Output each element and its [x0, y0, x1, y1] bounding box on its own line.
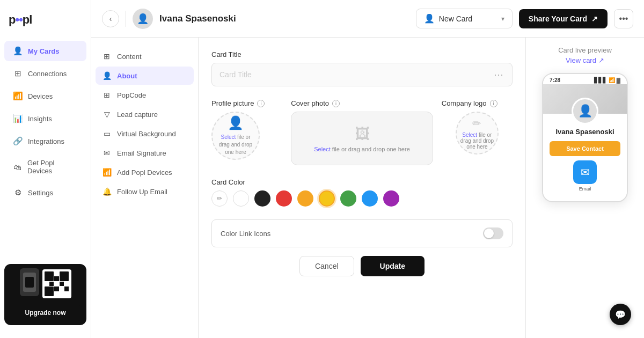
- nav-item-virtual-bg[interactable]: ▭ Virtual Background: [96, 124, 194, 143]
- cancel-button[interactable]: Cancel: [299, 256, 354, 276]
- sidebar-item-insights[interactable]: 📊 Insights: [4, 108, 86, 129]
- sidebar-item-integrations[interactable]: 🔗 Integrations: [4, 131, 86, 151]
- color-red[interactable]: [276, 190, 292, 207]
- sidebar-item-label: Connections: [28, 70, 67, 78]
- gear-icon: ⚙: [13, 188, 23, 197]
- left-nav: ⊞ Content 👤 About ⊞ PopCode ▽ Lead captu…: [91, 38, 199, 338]
- bell-icon: 🔔: [102, 187, 112, 196]
- more-icon: •••: [619, 14, 628, 24]
- share-button[interactable]: Share Your Card ↗: [519, 9, 608, 28]
- nav-item-add-popl[interactable]: 📶 Add Popl Devices: [96, 163, 194, 181]
- card-title-menu-icon[interactable]: ⋯: [494, 69, 504, 80]
- phone-avatar: 👤: [572, 98, 598, 124]
- sidebar-item-label: Integrations: [28, 137, 64, 145]
- info-icon: i: [490, 100, 497, 107]
- logo-upload-text: Select file or drag and drop one here: [457, 132, 497, 150]
- info-icon: i: [257, 100, 265, 107]
- upgrade-button[interactable]: Upgrade now: [9, 305, 82, 321]
- card-color-label: Card Color: [211, 178, 513, 186]
- external-link-icon: ↗: [598, 56, 604, 64]
- sidebar-item-connections[interactable]: ⊞ Connections: [4, 63, 86, 84]
- company-logo-upload[interactable]: ✏ Select file or drag and drop one here: [456, 112, 499, 155]
- color-link-icons-row: Color Link Icons: [211, 219, 513, 247]
- grid-icon: ⊞: [13, 69, 23, 78]
- card-title-section: Card Title Card Title ⋯: [211, 50, 513, 86]
- phone-save-contact-button[interactable]: Save Contact: [550, 141, 620, 156]
- signal-icon: ▋▋▋: [594, 77, 607, 83]
- nav-item-email-sig[interactable]: ✉ Email Signature: [96, 144, 194, 162]
- card-color-section: Card Color ✏: [211, 178, 513, 207]
- nav-label: Add Popl Devices: [117, 168, 172, 177]
- profile-picture-label: Profile picture i: [211, 99, 282, 107]
- nav-label: Content: [117, 53, 142, 61]
- phone-status-icons: ▋▋▋ 📶 ▓: [594, 77, 620, 83]
- company-logo-section: Company logo i ✏ Select file or drag and…: [442, 99, 513, 165]
- share-icon: ↗: [591, 14, 598, 23]
- color-orange[interactable]: [297, 190, 313, 207]
- content-area: ⊞ Content 👤 About ⊞ PopCode ▽ Lead captu…: [91, 38, 644, 338]
- topbar: ‹ 👤 Ivana Spasenoski 👤 New Card ▾ Share …: [91, 0, 644, 38]
- main-content: ‹ 👤 Ivana Spasenoski 👤 New Card ▾ Share …: [91, 0, 644, 338]
- nav-label: Email Signature: [117, 149, 166, 157]
- color-purple[interactable]: [383, 190, 399, 207]
- card-title-label: Card Title: [211, 50, 513, 58]
- phone-icon: [20, 268, 39, 296]
- card-icon: 👤: [424, 13, 435, 24]
- nav-item-popcode[interactable]: ⊞ PopCode: [96, 86, 194, 104]
- phone-user-name: Ivana Spasenoski: [543, 128, 627, 136]
- company-logo-wrap: ✏ Select file or drag and drop one here: [442, 112, 513, 155]
- card-title-input[interactable]: Card Title ⋯: [211, 63, 513, 86]
- color-green[interactable]: [340, 190, 356, 207]
- share-label: Share Your Card: [529, 14, 587, 23]
- link-icon: 🔗: [13, 136, 23, 146]
- view-card-link[interactable]: View card ↗: [566, 56, 604, 64]
- form-area: Card Title Card Title ⋯ Profile picture …: [199, 38, 526, 338]
- sidebar-item-my-cards[interactable]: 👤 My Cards: [4, 41, 86, 61]
- sidebar-bottom: Upgrade now: [0, 260, 91, 329]
- nav-label: Lead capture: [117, 111, 158, 119]
- view-card-label: View card: [566, 56, 596, 64]
- new-card-label: New Card: [439, 14, 497, 23]
- new-card-dropdown[interactable]: 👤 New Card ▾: [416, 9, 513, 28]
- qr-code: [42, 269, 71, 298]
- color-white[interactable]: [233, 190, 249, 207]
- color-link-icons-label: Color Link Icons: [221, 230, 270, 238]
- sidebar-item-devices[interactable]: 📶 Devices: [4, 86, 86, 106]
- sidebar-item-settings[interactable]: ⚙ Settings: [4, 182, 86, 203]
- cover-photo-upload[interactable]: 🖼 Select file or drag and drop one here: [291, 112, 433, 165]
- nav-label: About: [117, 72, 137, 80]
- chevron-down-icon: ▾: [501, 15, 504, 23]
- chart-icon: 📊: [13, 114, 23, 123]
- profile-picture-upload[interactable]: 👤 Select file or drag and drop one here: [211, 112, 260, 160]
- back-button[interactable]: ‹: [102, 10, 119, 27]
- phone-status-bar: 7:28 ▋▋▋ 📶 ▓: [543, 74, 627, 84]
- profile-picture-section: Profile picture i 👤 Select file or drag …: [211, 99, 282, 165]
- sidebar-item-label: Devices: [28, 92, 53, 100]
- avatar: 👤: [133, 9, 153, 29]
- nav-item-content[interactable]: ⊞ Content: [96, 47, 194, 65]
- qr-card: Upgrade now: [4, 264, 86, 325]
- update-button[interactable]: Update: [361, 256, 425, 276]
- cover-upload-text: Select file or drag and drop one here: [314, 146, 410, 152]
- user-name: Ivana Spasenoski: [159, 13, 409, 24]
- color-yellow[interactable]: [319, 190, 335, 207]
- company-logo-label: Company logo i: [442, 99, 513, 107]
- nav-item-about[interactable]: 👤 About: [96, 67, 194, 85]
- phone-app-label: Email: [543, 186, 627, 192]
- color-blue[interactable]: [362, 190, 378, 207]
- user-icon: 👤: [102, 71, 112, 80]
- nav-item-follow-up[interactable]: 🔔 Follow Up Email: [96, 182, 194, 201]
- phone-cover-photo: 👤: [543, 84, 627, 114]
- user-icon: 👤: [13, 46, 23, 56]
- wifi-icon: 📶: [609, 77, 615, 83]
- signal-icon: 📶: [13, 91, 23, 101]
- color-link-icons-toggle[interactable]: [483, 227, 503, 239]
- nav-item-lead-capture[interactable]: ▽ Lead capture: [96, 105, 194, 123]
- screen-icon: ▭: [102, 129, 112, 138]
- more-button[interactable]: •••: [614, 9, 633, 28]
- chat-bubble-button[interactable]: 💬: [610, 304, 631, 325]
- color-black[interactable]: [254, 190, 270, 207]
- nav-label: Virtual Background: [117, 130, 176, 138]
- color-edit-button[interactable]: ✏: [211, 190, 228, 207]
- sidebar-item-get-popl[interactable]: 🛍 Get Popl Devices: [4, 153, 86, 180]
